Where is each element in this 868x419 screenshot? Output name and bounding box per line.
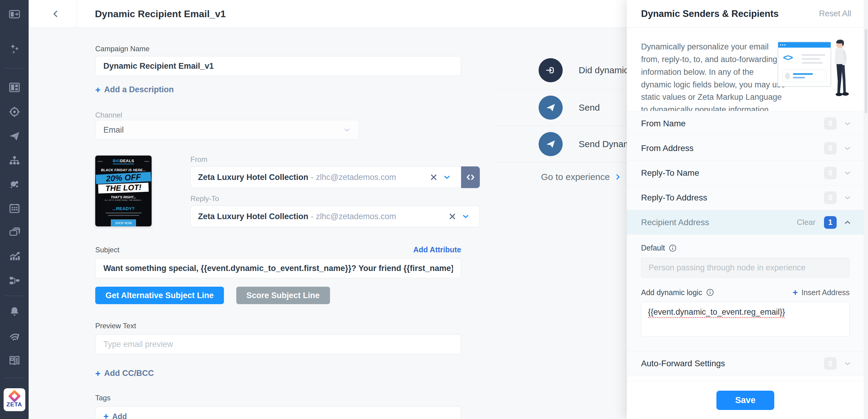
knowledge-book-icon[interactable] xyxy=(7,354,22,367)
add-ccbcc-link[interactable]: + Add CC/BCC xyxy=(95,369,154,378)
from-field[interactable]: Zeta Luxury Hotel Collection - zlhc@zeta… xyxy=(190,167,461,188)
replyto-email: zlhc@zetademos.com xyxy=(316,212,446,221)
replyto-field-row: Zeta Luxury Hotel Collection - zlhc@zeta… xyxy=(190,206,480,227)
replyto-clear-icon[interactable] xyxy=(446,210,459,223)
accordion-row-replyto-name[interactable]: Reply-To Name 0 xyxy=(627,160,864,185)
send-plane-icon[interactable] xyxy=(7,129,22,143)
clear-link[interactable]: Clear xyxy=(797,218,815,227)
sitemap-icon[interactable] xyxy=(7,154,22,168)
subject-block: Subject Add Attribute Get Alternative Su… xyxy=(95,245,461,419)
default-label: Default xyxy=(641,244,665,252)
get-alternative-subject-button[interactable]: Get Alternative Subject Line xyxy=(95,287,224,304)
sidebar-collapse-icon[interactable] xyxy=(7,7,22,21)
accordion-row-replyto-address[interactable]: Reply-To Address 0 xyxy=(627,185,864,210)
subject-label: Subject xyxy=(95,246,119,254)
target-icon[interactable] xyxy=(7,105,22,119)
panel-header: Dynamic Senders & Recipients Reset All xyxy=(627,0,864,28)
campaign-name-label: Campaign Name xyxy=(95,44,150,53)
email-thumbnail[interactable]: BIGDEALS BLACK FRIDAY IS HERE... 20% OFF… xyxy=(95,155,152,227)
chevron-down-icon xyxy=(843,119,852,128)
accordion-label: From Address xyxy=(641,144,693,153)
tags-add-link[interactable]: + Add xyxy=(103,412,127,419)
plus-icon: + xyxy=(95,369,101,378)
back-button[interactable] xyxy=(35,0,77,27)
tags-box[interactable]: + Add xyxy=(95,406,461,419)
accordion-label: From Name xyxy=(641,119,686,128)
ai-sparkles-icon[interactable] xyxy=(7,42,22,56)
audience-bubbles-icon[interactable] xyxy=(7,178,22,191)
signals-icon[interactable] xyxy=(7,329,22,343)
from-code-toggle-button[interactable] xyxy=(461,167,480,188)
info-icon[interactable] xyxy=(706,288,714,297)
flow-split-icon[interactable] xyxy=(7,273,22,287)
code-icon xyxy=(465,172,475,182)
zeta-diamond-icon xyxy=(10,392,19,400)
node-event-trigger[interactable] xyxy=(538,58,563,82)
node-send-dynamic[interactable] xyxy=(538,132,563,156)
accordion-row-from-address[interactable]: From Address 0 xyxy=(627,136,864,160)
dashboard-icon[interactable] xyxy=(7,81,22,94)
accordion-row-recipient-address[interactable]: Recipient Address Clear 1 xyxy=(627,210,864,235)
notifications-bell-icon[interactable] xyxy=(7,305,22,319)
panel-title: Dynamic Senders & Recipients xyxy=(641,8,779,19)
chevron-down-icon xyxy=(843,169,852,177)
thumb-offer2: THE LOT! xyxy=(98,183,149,193)
save-button[interactable]: Save xyxy=(716,391,774,410)
reset-all-link[interactable]: Reset All xyxy=(819,9,851,19)
analytics-chart-icon[interactable] xyxy=(7,249,22,263)
templates-cards-icon[interactable] xyxy=(7,225,22,239)
replyto-field[interactable]: Zeta Luxury Hotel Collection - zlhc@zeta… xyxy=(190,206,480,227)
go-to-experience-link[interactable]: Go to experience xyxy=(541,172,622,182)
add-description-label: Add a Description xyxy=(104,85,174,94)
from-email: zlhc@zetademos.com xyxy=(316,173,427,182)
dynamic-senders-panel: Dynamic Senders & Recipients Reset All D… xyxy=(627,0,868,419)
subject-buttons: Get Alternative Subject Line Score Subje… xyxy=(95,287,461,304)
chevron-down-icon xyxy=(843,144,852,152)
accordion-row-autoforward[interactable]: Auto-Forward Settings 0 xyxy=(627,351,864,376)
insert-address-label: Insert Address xyxy=(801,288,849,297)
browser-titlebar xyxy=(778,42,831,48)
panel-footer: Save xyxy=(627,381,864,419)
zeta-logo-text: ZETA xyxy=(6,401,22,408)
accordion-row-from-name[interactable]: From Name 0 xyxy=(627,111,864,136)
accordion-label: Auto-Forward Settings xyxy=(641,359,725,368)
subject-input[interactable] xyxy=(95,258,461,278)
from-clear-icon[interactable] xyxy=(427,171,440,184)
browser-window-illustration: <> xyxy=(778,41,831,87)
chevron-right-icon xyxy=(614,173,622,181)
thumb-shop-now-button: SHOP NOW xyxy=(111,219,136,227)
add-description-link[interactable]: + Add a Description xyxy=(95,85,174,94)
insert-address-link[interactable]: + Insert Address xyxy=(793,288,849,297)
score-subject-button[interactable]: Score Subject Line xyxy=(236,287,330,304)
campaign-name-input[interactable] xyxy=(95,56,461,76)
dynamic-logic-label: Add dynamic logic xyxy=(641,288,702,297)
plus-icon: + xyxy=(95,85,101,94)
profile-card-illustration xyxy=(782,69,827,82)
preview-text-input[interactable] xyxy=(95,334,461,354)
scrollbar-thumb[interactable] xyxy=(865,29,867,113)
thumb-text-line xyxy=(108,215,139,216)
add-attribute-link[interactable]: Add Attribute xyxy=(413,245,461,254)
dynamic-logic-textarea[interactable]: {{event.dynamic_to_event.reg_email}} xyxy=(641,302,849,337)
node-send[interactable] xyxy=(538,95,563,120)
accordion-label: Reply-To Address xyxy=(641,193,707,203)
channel-select[interactable]: Email xyxy=(95,120,359,140)
thumb-line2: THAT'S RIGHT... xyxy=(95,195,152,199)
from-chevron-down-icon[interactable] xyxy=(440,171,454,184)
chevron-down-icon xyxy=(843,193,852,202)
from-label: From xyxy=(190,155,207,164)
from-separator: - xyxy=(311,173,313,182)
thumb-offer: 20% OFF xyxy=(96,172,151,184)
calendar-icon[interactable] xyxy=(7,201,22,215)
thumb-brand: BIGDEALS xyxy=(113,158,134,164)
thumb-header: BIGDEALS xyxy=(95,155,152,164)
replyto-chevron-down-icon[interactable] xyxy=(459,210,472,223)
recipient-address-body: Default Add dynamic logic + Insert Addre… xyxy=(627,235,864,351)
paper-plane-icon xyxy=(544,138,557,150)
default-recipient-input[interactable] xyxy=(641,258,849,278)
from-field-row: Zeta Luxury Hotel Collection - zlhc@zeta… xyxy=(190,167,461,188)
zeta-logo[interactable]: ZETA xyxy=(4,388,25,411)
panel-scrollbar[interactable] xyxy=(864,0,868,419)
plus-icon: + xyxy=(103,412,109,419)
info-icon[interactable] xyxy=(669,244,677,252)
